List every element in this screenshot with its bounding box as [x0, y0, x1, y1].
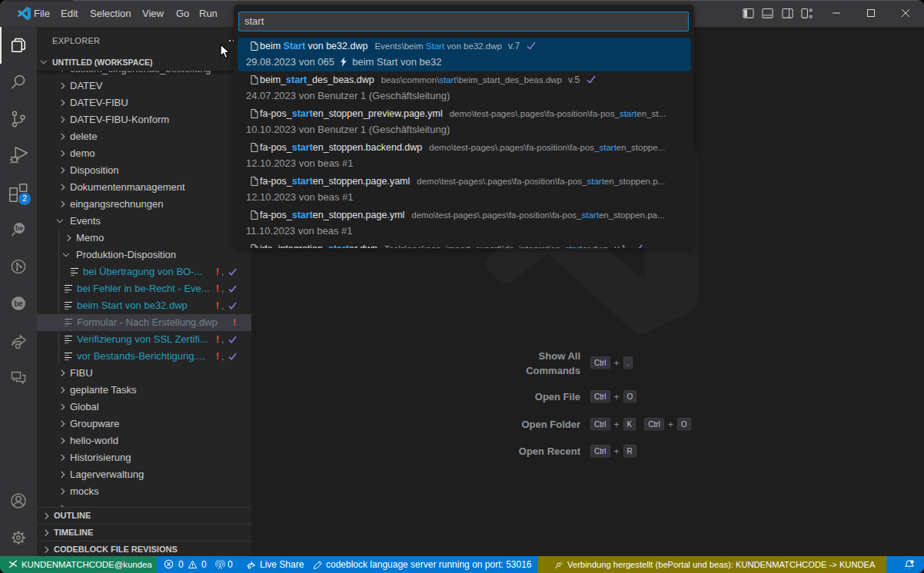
svg-text:be: be	[14, 300, 23, 308]
svg-text:be: be	[15, 224, 23, 232]
